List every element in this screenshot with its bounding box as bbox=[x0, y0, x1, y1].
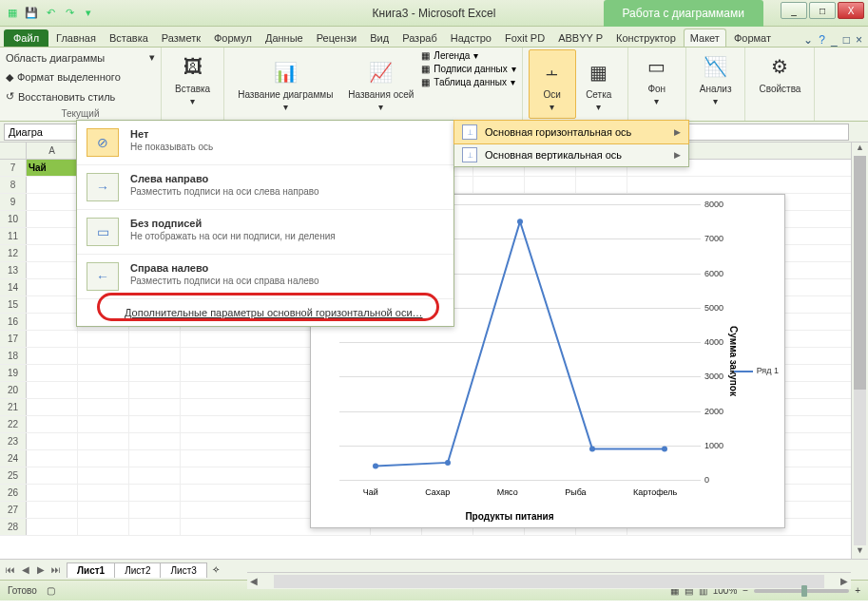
cell[interactable] bbox=[78, 433, 129, 449]
row-header[interactable]: 7 bbox=[0, 160, 27, 176]
cell[interactable] bbox=[78, 467, 129, 484]
zoom-slider[interactable] bbox=[754, 589, 849, 593]
cell[interactable] bbox=[27, 365, 78, 381]
cell[interactable] bbox=[27, 502, 78, 518]
cell[interactable] bbox=[78, 365, 129, 381]
row-header[interactable]: 19 bbox=[0, 365, 27, 381]
minimize-button[interactable]: _ bbox=[781, 2, 807, 19]
properties-button[interactable]: ⚙Свойства bbox=[751, 49, 808, 96]
cell[interactable] bbox=[27, 228, 78, 244]
cell[interactable] bbox=[27, 314, 78, 330]
tab-formulas[interactable]: Формул bbox=[208, 29, 258, 47]
axes-button[interactable]: ⫠Оси▾ bbox=[529, 49, 576, 119]
scroll-left-icon[interactable]: ◀ bbox=[247, 576, 260, 586]
gridlines-button[interactable]: ▦Сетка▾ bbox=[576, 49, 622, 119]
tab-format[interactable]: Формат bbox=[728, 29, 777, 47]
row-header[interactable]: 24 bbox=[0, 450, 27, 467]
tab-design[interactable]: Конструктор bbox=[610, 29, 682, 47]
cell[interactable] bbox=[129, 348, 181, 364]
cell[interactable] bbox=[78, 485, 129, 501]
row-header[interactable]: 26 bbox=[0, 485, 27, 501]
axis-option-none[interactable]: ⊘ НетНе показывать ось bbox=[77, 121, 453, 165]
redo-icon[interactable]: ↷ bbox=[61, 5, 78, 22]
tab-developer[interactable]: Разраб bbox=[396, 29, 443, 47]
row-header[interactable]: 14 bbox=[0, 279, 27, 295]
zoom-thumb[interactable] bbox=[801, 585, 807, 597]
cell[interactable] bbox=[129, 519, 181, 535]
cell[interactable] bbox=[78, 416, 129, 432]
help-icon[interactable]: ? bbox=[819, 33, 825, 47]
row-header[interactable]: 27 bbox=[0, 502, 27, 518]
scroll-right-icon[interactable]: ▶ bbox=[838, 576, 851, 586]
row-header[interactable]: 18 bbox=[0, 348, 27, 364]
workbook-close-icon[interactable]: × bbox=[856, 33, 862, 47]
cell[interactable] bbox=[27, 262, 78, 278]
row-header[interactable]: 23 bbox=[0, 433, 27, 449]
tab-data[interactable]: Данные bbox=[260, 29, 309, 47]
insert-button[interactable]: 🖼Вставка▾ bbox=[167, 49, 218, 108]
cell[interactable] bbox=[78, 382, 129, 398]
chart-title-button[interactable]: 📊Название диаграммы▾ bbox=[230, 49, 340, 119]
scroll-up-icon[interactable]: ▲ bbox=[852, 143, 868, 156]
cell[interactable] bbox=[27, 279, 78, 295]
cell[interactable] bbox=[27, 485, 78, 501]
sheet-first-icon[interactable]: ⏮ bbox=[4, 564, 17, 575]
sheet-prev-icon[interactable]: ◀ bbox=[19, 564, 32, 575]
minimize-ribbon-icon[interactable]: ⌄ bbox=[803, 33, 813, 47]
row-header[interactable]: 13 bbox=[0, 262, 27, 278]
cell[interactable] bbox=[576, 177, 627, 193]
axis-option-nolabels[interactable]: ▭ Без подписейНе отображать на оси ни по… bbox=[77, 210, 453, 255]
new-sheet-icon[interactable]: ✧ bbox=[206, 564, 225, 575]
cell[interactable] bbox=[129, 399, 181, 415]
axis-option-rtl[interactable]: ← Справа налевоРазместить подписи на оси… bbox=[77, 255, 453, 299]
cell[interactable] bbox=[129, 331, 181, 347]
scroll-thumb[interactable] bbox=[854, 156, 866, 390]
cell[interactable] bbox=[129, 365, 181, 381]
cell[interactable] bbox=[525, 177, 576, 193]
tab-chart-layout[interactable]: Макет bbox=[684, 29, 726, 47]
legend-button[interactable]: ▦ Легенда ▾ bbox=[421, 49, 515, 62]
save-icon[interactable]: 💾 bbox=[23, 5, 40, 22]
cell[interactable] bbox=[27, 177, 78, 193]
col-header[interactable]: A bbox=[27, 143, 78, 159]
cell[interactable] bbox=[473, 177, 525, 193]
row-header[interactable]: 9 bbox=[0, 194, 27, 210]
row-header[interactable]: 10 bbox=[0, 211, 27, 227]
row-header[interactable]: 15 bbox=[0, 296, 27, 313]
axis-titles-button[interactable]: 📈Названия осей▾ bbox=[340, 49, 421, 119]
axis-option-ltr[interactable]: → Слева направоРазместить подписи на оси… bbox=[77, 165, 453, 210]
name-box[interactable]: Диагра bbox=[4, 124, 78, 141]
tab-home[interactable]: Главная bbox=[50, 29, 102, 47]
tab-layout[interactable]: Разметк bbox=[156, 29, 206, 47]
data-table-button[interactable]: ▦ Таблица данных ▾ bbox=[421, 76, 515, 88]
row-header[interactable]: 16 bbox=[0, 314, 27, 330]
select-all-corner[interactable] bbox=[0, 143, 27, 159]
cell[interactable] bbox=[78, 331, 129, 347]
cell[interactable] bbox=[27, 194, 78, 210]
horizontal-scrollbar[interactable]: ◀ ▶ bbox=[247, 572, 851, 589]
row-header[interactable]: 22 bbox=[0, 416, 27, 432]
workbook-max-icon[interactable]: □ bbox=[843, 33, 850, 47]
cell[interactable] bbox=[27, 519, 78, 535]
cell[interactable] bbox=[27, 399, 78, 415]
row-header[interactable]: 17 bbox=[0, 331, 27, 347]
row-header[interactable]: 11 bbox=[0, 228, 27, 244]
tab-foxit[interactable]: Foxit PD bbox=[499, 29, 550, 47]
background-button[interactable]: ▭Фон▾ bbox=[634, 49, 680, 108]
macro-record-icon[interactable]: ▢ bbox=[47, 585, 55, 596]
cell[interactable] bbox=[78, 348, 129, 364]
reset-style-button[interactable]: ↺ Восстановить стиль bbox=[6, 88, 155, 105]
cell[interactable] bbox=[129, 485, 181, 501]
sheet-tab-2[interactable]: Лист2 bbox=[114, 562, 161, 578]
sheet-tab-1[interactable]: Лист1 bbox=[67, 562, 115, 578]
cell[interactable] bbox=[27, 211, 78, 227]
sheet-tab-3[interactable]: Лист3 bbox=[160, 562, 206, 578]
cell[interactable] bbox=[27, 296, 78, 313]
workbook-min-icon[interactable]: _ bbox=[831, 33, 838, 47]
tab-addins[interactable]: Надстро bbox=[445, 29, 497, 47]
cell[interactable]: Чай bbox=[27, 160, 78, 176]
tab-review[interactable]: Рецензи bbox=[311, 29, 363, 47]
row-header[interactable]: 21 bbox=[0, 399, 27, 415]
cell[interactable] bbox=[27, 416, 78, 432]
axis-more-options[interactable]: Дополнительные параметры основной горизо… bbox=[77, 299, 453, 326]
